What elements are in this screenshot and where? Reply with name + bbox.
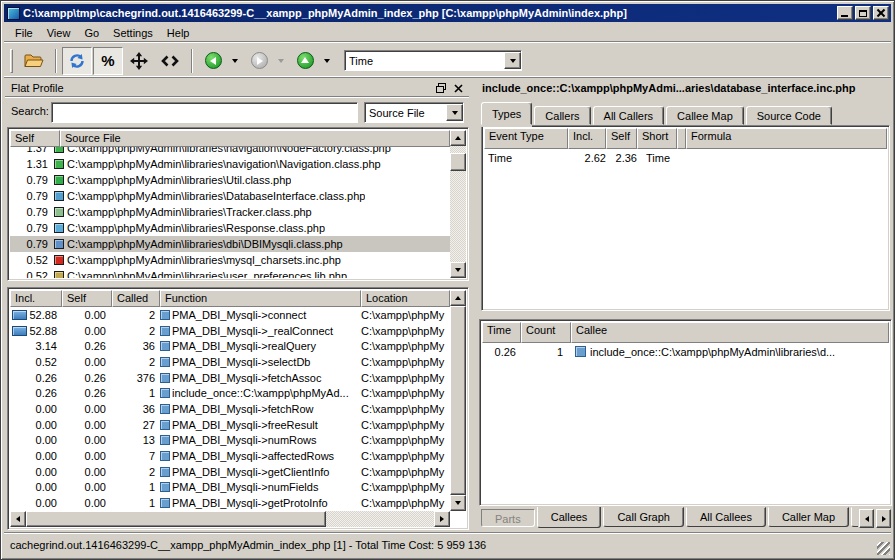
forward-dropdown-arrow[interactable] bbox=[278, 59, 284, 63]
scrollbar-thumb[interactable] bbox=[450, 306, 466, 495]
column-header-self[interactable]: Self bbox=[62, 290, 112, 307]
event-type-row[interactable]: Time2.622.36Time bbox=[484, 149, 887, 166]
scroll-down-button[interactable] bbox=[450, 262, 466, 278]
column-header-called[interactable]: Called bbox=[112, 290, 160, 307]
tab-all-callees[interactable]: All Callees bbox=[686, 507, 766, 527]
tab-parts[interactable]: Parts bbox=[481, 509, 535, 527]
search-label: Search: bbox=[11, 105, 49, 117]
relative-percent-button[interactable]: % bbox=[93, 47, 123, 75]
close-button[interactable] bbox=[873, 6, 889, 20]
source-file-row[interactable]: 0.52C:\xampp\phpMyAdmin\libraries\user_p… bbox=[10, 268, 450, 278]
tab-caller-map[interactable]: Caller Map bbox=[768, 507, 849, 527]
function-list-vertical-scrollbar[interactable] bbox=[450, 290, 466, 511]
menu-settings[interactable]: Settings bbox=[106, 25, 160, 41]
source-file-row[interactable]: 0.79C:\xampp\phpMyAdmin\libraries\Respon… bbox=[10, 220, 450, 236]
tab-all-callers[interactable]: All Callers bbox=[593, 106, 665, 125]
column-header-self[interactable]: Self bbox=[10, 130, 60, 147]
dock-close-button[interactable] bbox=[451, 81, 466, 95]
open-file-button[interactable] bbox=[19, 47, 49, 75]
tab-types[interactable]: Types bbox=[481, 102, 532, 125]
source-list-vertical-scrollbar[interactable] bbox=[450, 130, 466, 278]
minimize-button[interactable] bbox=[837, 6, 853, 20]
tab-machine[interactable]: Machine bbox=[851, 507, 858, 527]
function-row[interactable]: 0.260.261include_once::C:\xampp\phpMyAd.… bbox=[10, 385, 450, 401]
column-header-short[interactable]: Short bbox=[637, 128, 677, 149]
source-file-row[interactable]: 0.79C:\xampp\phpMyAdmin\libraries\Tracke… bbox=[10, 204, 450, 220]
title-bar[interactable]: C:\xampp\tmp\cachegrind.out.1416463299-C… bbox=[4, 4, 891, 22]
function-list-horizontal-scrollbar[interactable] bbox=[10, 511, 450, 527]
callee-row[interactable]: 0.261include_once::C:\xampp\phpMyAdmin\l… bbox=[482, 343, 889, 360]
cycle-detection-button[interactable] bbox=[62, 47, 92, 75]
source-file-row[interactable]: 0.79C:\xampp\phpMyAdmin\libraries\Util.c… bbox=[10, 172, 450, 188]
source-file-row[interactable]: 0.79C:\xampp\phpMyAdmin\libraries\Databa… bbox=[10, 188, 450, 204]
column-header-event-type[interactable]: Event Type bbox=[484, 128, 568, 149]
toolbar-handle[interactable] bbox=[10, 49, 13, 73]
dock-float-button[interactable] bbox=[433, 81, 448, 95]
source-file-row[interactable]: 1.31C:\xampp\phpMyAdmin\libraries\naviga… bbox=[10, 156, 450, 172]
column-header-location[interactable]: Location bbox=[361, 290, 450, 307]
column-header-incl[interactable]: Incl. bbox=[10, 290, 62, 307]
up-dropdown-arrow[interactable] bbox=[324, 59, 330, 63]
scroll-right-button[interactable] bbox=[434, 511, 450, 527]
forward-button[interactable] bbox=[244, 47, 274, 75]
column-header-formula[interactable]: Formula bbox=[686, 128, 887, 149]
menu-help[interactable]: Help bbox=[160, 25, 197, 41]
tab-source-code[interactable]: Source Code bbox=[746, 106, 832, 125]
tab-call-graph[interactable]: Call Graph bbox=[603, 507, 684, 527]
back-dropdown-arrow[interactable] bbox=[232, 59, 238, 63]
tab-callees[interactable]: Callees bbox=[537, 507, 602, 528]
column-header-self[interactable]: Self bbox=[606, 128, 637, 149]
source-file-row[interactable]: 1.37C:\xampp\phpMyAdmin\libraries\naviga… bbox=[10, 147, 450, 156]
grouping-dropdown-button[interactable] bbox=[446, 104, 463, 121]
function-row[interactable]: 52.880.002PMA_DBI_Mysqli->connectC:\xamp… bbox=[10, 307, 450, 323]
column-header-time[interactable]: Time bbox=[482, 322, 521, 343]
shorten-templates-button[interactable] bbox=[155, 47, 185, 75]
menu-go[interactable]: Go bbox=[77, 25, 106, 41]
scroll-up-button[interactable] bbox=[450, 290, 466, 306]
function-name: PMA_DBI_Mysqli->_realConnect bbox=[172, 325, 333, 337]
column-header-callee[interactable]: Callee bbox=[571, 322, 889, 343]
function-row[interactable]: 0.000.0036PMA_DBI_Mysqli->fetchRowC:\xam… bbox=[10, 401, 450, 417]
tab-callee-map[interactable]: Callee Map bbox=[666, 106, 744, 125]
menu-file[interactable]: File bbox=[8, 25, 40, 41]
grouping-combobox[interactable]: Source File bbox=[364, 102, 464, 123]
self-cost-cell: 0.00 bbox=[62, 419, 112, 431]
function-row[interactable]: 0.520.002PMA_DBI_Mysqli->selectDbC:\xamp… bbox=[10, 354, 450, 370]
source-file-row[interactable]: 0.52C:\xampp\phpMyAdmin\libraries\mysql_… bbox=[10, 252, 450, 268]
function-row[interactable]: 0.000.002PMA_DBI_Mysqli->getClientInfoC:… bbox=[10, 464, 450, 480]
source-file-row[interactable]: 0.79C:\xampp\phpMyAdmin\libraries\dbi\DB… bbox=[10, 236, 450, 252]
scroll-left-button[interactable] bbox=[10, 511, 26, 527]
scroll-down-button[interactable] bbox=[450, 495, 466, 511]
tab-scroll-left-button[interactable] bbox=[859, 509, 874, 528]
forward-arrow-glyph bbox=[257, 57, 263, 65]
column-header-function[interactable]: Function bbox=[160, 290, 361, 307]
dock-title-bar[interactable]: Flat Profile bbox=[5, 80, 469, 97]
back-button[interactable] bbox=[198, 47, 228, 75]
function-row[interactable]: 52.880.002PMA_DBI_Mysqli->_realConnectC:… bbox=[10, 323, 450, 339]
maximize-button[interactable] bbox=[855, 6, 871, 20]
scrollbar-thumb[interactable] bbox=[26, 511, 326, 527]
tab-scroll-right-button[interactable] bbox=[876, 509, 891, 528]
scroll-up-button[interactable] bbox=[450, 130, 466, 146]
function-row[interactable]: 0.000.0027PMA_DBI_Mysqli->freeResultC:\x… bbox=[10, 417, 450, 433]
tab-callers[interactable]: Callers bbox=[534, 106, 590, 125]
column-header-incl[interactable]: Incl. bbox=[568, 128, 606, 149]
function-row[interactable]: 0.000.001PMA_DBI_Mysqli->numFieldsC:\xam… bbox=[10, 480, 450, 496]
up-button[interactable] bbox=[290, 47, 320, 75]
application-window: C:\xampp\tmp\cachegrind.out.1416463299-C… bbox=[0, 0, 895, 560]
function-row[interactable]: 0.000.007PMA_DBI_Mysqli->affectedRowsC:\… bbox=[10, 448, 450, 464]
search-input[interactable] bbox=[51, 102, 358, 123]
column-header-source-file[interactable]: Source File bbox=[60, 130, 450, 147]
event-type-combobox[interactable]: Time bbox=[344, 50, 522, 71]
resize-grip[interactable] bbox=[877, 542, 890, 555]
event-type-dropdown-button[interactable] bbox=[504, 52, 521, 69]
function-row[interactable]: 0.000.0013PMA_DBI_Mysqli->numRowsC:\xamp… bbox=[10, 433, 450, 449]
function-row[interactable]: 0.000.001PMA_DBI_Mysqli->getProtoInfoC:\… bbox=[10, 495, 450, 511]
expand-areas-button[interactable] bbox=[124, 47, 154, 75]
menu-view[interactable]: View bbox=[40, 25, 78, 41]
column-header-count[interactable]: Count bbox=[521, 322, 571, 343]
callees-table: TimeCountCallee 0.261include_once::C:\xa… bbox=[479, 319, 892, 506]
scrollbar-thumb[interactable] bbox=[450, 153, 466, 171]
function-row[interactable]: 3.140.2636PMA_DBI_Mysqli->realQueryC:\xa… bbox=[10, 338, 450, 354]
function-row[interactable]: 0.260.26376PMA_DBI_Mysqli->fetchAssocC:\… bbox=[10, 370, 450, 386]
